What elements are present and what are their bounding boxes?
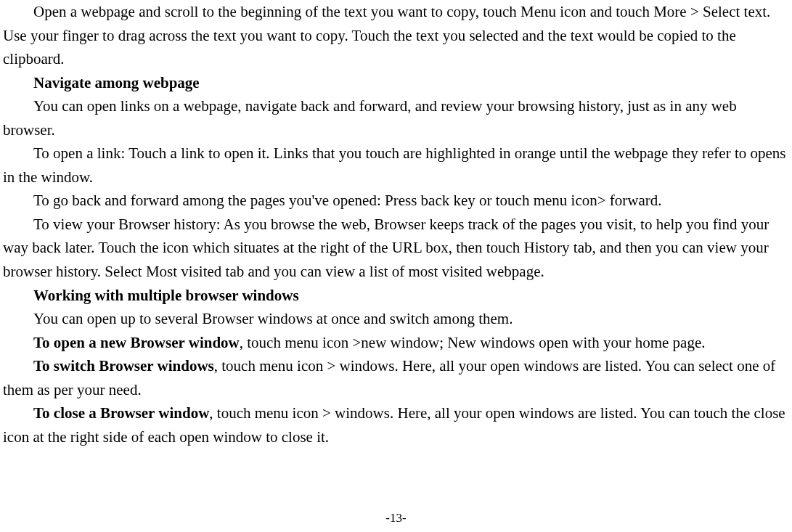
page-number: -13- (0, 509, 792, 528)
paragraph-browser-history: To view your Browser history: As you bro… (3, 213, 789, 284)
bold-close-window: To close a Browser window (33, 404, 209, 422)
paragraph-switch-windows: To switch Browser windows, touch menu ic… (3, 354, 789, 401)
document-content: Open a webpage and scroll to the beginni… (3, 0, 789, 449)
paragraph-open-new-window: To open a new Browser window, touch menu… (3, 331, 789, 355)
paragraph-open-link: To open a link: Touch a link to open it.… (3, 142, 789, 189)
heading-navigate: Navigate among webpage (3, 71, 789, 95)
paragraph-close-window: To close a Browser window, touch menu ic… (3, 401, 789, 449)
bold-open-new-window: To open a new Browser window (33, 334, 240, 351)
heading-multiple-windows: Working with multiple browser windows (3, 284, 789, 308)
paragraph-copy-text: Open a webpage and scroll to the beginni… (3, 0, 789, 71)
bold-switch-windows: To switch Browser windows (33, 357, 214, 375)
paragraph-back-forward: To go back and forward among the pages y… (3, 189, 789, 213)
paragraph-navigate-intro: You can open links on a webpage, navigat… (3, 94, 789, 142)
paragraph-multiple-windows-intro: You can open up to several Browser windo… (3, 307, 789, 331)
text-open-new-window: , touch menu icon >new window; New windo… (240, 334, 706, 351)
